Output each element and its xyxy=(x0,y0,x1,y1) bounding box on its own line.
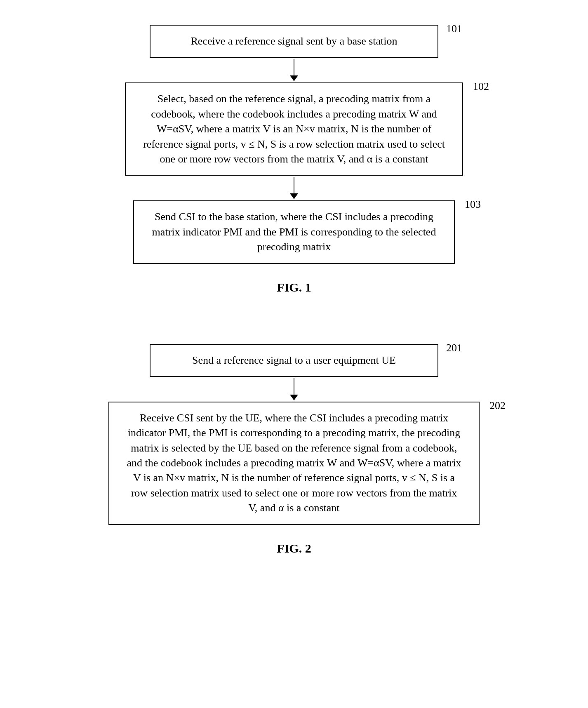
step-202-text: Receive CSI sent by the UE, where the CS… xyxy=(127,412,461,514)
figure-1-container: Receive a reference signal sent by a bas… xyxy=(67,25,521,319)
step-102-text: Select, based on the reference signal, a… xyxy=(143,93,445,165)
step-103-label: 103 xyxy=(465,197,481,212)
step-202-wrapper: Receive CSI sent by the UE, where the CS… xyxy=(67,402,521,525)
step-202-box: Receive CSI sent by the UE, where the CS… xyxy=(108,402,480,525)
arrow-2-3 xyxy=(290,176,298,200)
step-103-box: Send CSI to the base station, where the … xyxy=(133,200,455,263)
fig2-caption: FIG. 2 xyxy=(277,541,311,555)
arrow-head-2 xyxy=(290,193,298,199)
step-102-box: Select, based on the reference signal, a… xyxy=(125,82,463,176)
arrow-201-202 xyxy=(290,377,298,402)
step-101-label: 101 xyxy=(446,21,462,36)
step-202-label: 202 xyxy=(489,398,506,413)
step-101-text: Receive a reference signal sent by a bas… xyxy=(191,35,397,47)
step-101-box: Receive a reference signal sent by a bas… xyxy=(150,25,438,58)
step-201-label: 201 xyxy=(446,341,462,355)
arrow-1-2 xyxy=(290,58,298,82)
step-102-label: 102 xyxy=(473,79,489,94)
arrow-head-1 xyxy=(290,75,298,81)
step-102-wrapper: Select, based on the reference signal, a… xyxy=(67,82,521,176)
figure-2-container: Send a reference signal to a user equipm… xyxy=(67,344,521,580)
arrow-head-3 xyxy=(290,395,298,400)
step-103-wrapper: Send CSI to the base station, where the … xyxy=(67,200,521,263)
step-201-wrapper: Send a reference signal to a user equipm… xyxy=(67,344,521,377)
fig1-caption: FIG. 1 xyxy=(277,280,311,294)
arrow-line-3 xyxy=(294,378,294,395)
arrow-line-1 xyxy=(294,59,294,75)
fig2-flow-diagram: Send a reference signal to a user equipm… xyxy=(67,344,521,525)
step-201-box: Send a reference signal to a user equipm… xyxy=(150,344,438,377)
fig1-flow-diagram: Receive a reference signal sent by a bas… xyxy=(67,25,521,264)
arrow-line-2 xyxy=(294,177,294,193)
step-201-text: Send a reference signal to a user equipm… xyxy=(192,354,396,366)
step-101-wrapper: Receive a reference signal sent by a bas… xyxy=(67,25,521,58)
step-103-text: Send CSI to the base station, where the … xyxy=(152,211,436,253)
